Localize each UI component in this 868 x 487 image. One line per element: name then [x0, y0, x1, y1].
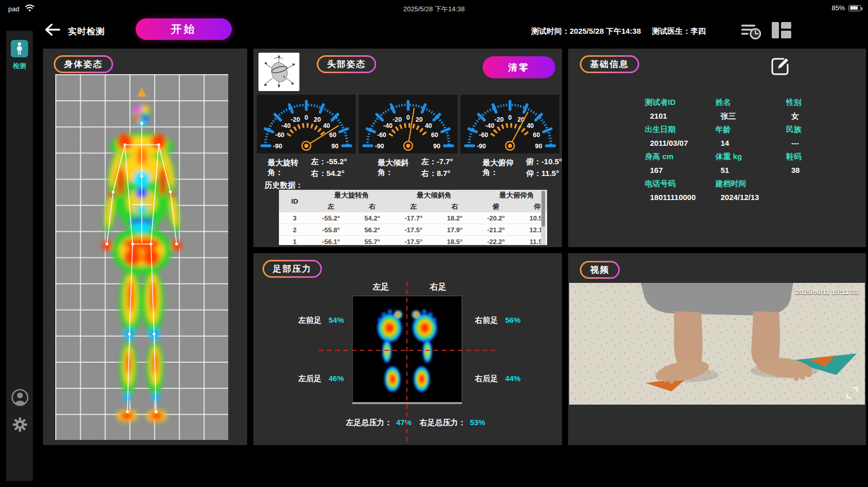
- field-value: ---: [786, 139, 842, 152]
- field-value: 2101: [645, 112, 715, 125]
- right-foot-label: 右足: [430, 282, 446, 293]
- svg-text:-90: -90: [273, 143, 282, 150]
- svg-text:20: 20: [416, 116, 423, 123]
- svg-text:0: 0: [406, 114, 410, 121]
- basic-info-title: 基础信息: [581, 57, 638, 72]
- svg-text:-20: -20: [291, 116, 300, 123]
- svg-text:0: 0: [305, 114, 308, 121]
- gauge-tilt: -90-60-40-20020406090: [359, 95, 458, 153]
- body-thermal-image: [55, 74, 228, 440]
- svg-text:-20: -20: [393, 116, 402, 123]
- pitch-metric-label: 最大俯仰角：: [483, 158, 522, 178]
- rotation-metric-label: 最大旋转角：: [268, 158, 307, 178]
- sidebar-item-detect[interactable]: 检测: [6, 40, 33, 71]
- svg-text:20: 20: [314, 116, 321, 123]
- field-label: 电话号码: [645, 179, 715, 193]
- tilt-left: 左：-7.7°: [421, 157, 453, 167]
- rotation-right: 右：54.2°: [311, 169, 347, 179]
- field-label: 年龄: [715, 125, 786, 139]
- subcol-right1: 右: [352, 201, 393, 212]
- app-root: pad 2025/5/28 下午14:38 85% 实时检测 开始 测试时间：2…: [0, 0, 868, 487]
- left-forefoot-stat: 左前足54%: [298, 316, 344, 325]
- table-row[interactable]: 2-55.8°56.2°-17.5°17.9°-21.2°12.1°: [279, 224, 547, 236]
- svg-text:90: 90: [433, 143, 441, 150]
- field-label: 鞋码: [786, 152, 842, 166]
- history-records-icon[interactable]: [741, 23, 762, 42]
- col-group-tilt: 最大倾斜角: [393, 190, 475, 201]
- tilt-metric-label: 最大倾斜角：: [378, 158, 417, 178]
- field-label: 体重 kg: [715, 152, 786, 166]
- tilt-readout: 最大倾斜角： 左：-7.7° 右：8.7°: [378, 157, 453, 179]
- foot-pressure-title: 足部压力: [264, 261, 320, 276]
- user-profile-icon[interactable]: [11, 389, 29, 408]
- field-label: 建档时间: [715, 179, 786, 193]
- tilt-right: 右：8.7°: [421, 169, 453, 179]
- svg-text:60: 60: [329, 131, 336, 139]
- back-arrow-icon: [44, 21, 61, 38]
- field-value: 张三: [715, 112, 786, 125]
- fullscreen-icon[interactable]: [847, 387, 858, 399]
- field-value: 167: [645, 166, 715, 180]
- basic-info-grid: 测试者ID 姓名 性别 2101 张三 女 出生日期 年龄 民族 2011/03…: [645, 98, 842, 206]
- pitch-readout: 最大俯仰角： 俯：-10.5° 仰：11.5°: [483, 157, 562, 179]
- gauge-readouts: 最大旋转角： 左：-55.2° 右：54.2° 最大倾斜角： 左：-7.7° 右…: [253, 157, 562, 179]
- clear-button[interactable]: 清零: [483, 56, 555, 78]
- test-time: 测试时间：2025/5/28 下午14:38: [531, 27, 641, 36]
- foot-pressure-panel: 足部压力 左足 右足: [253, 253, 562, 445]
- subcol-left2: 左: [393, 201, 435, 212]
- field-label: 姓名: [715, 98, 786, 112]
- test-doctor: 测试医生：李四: [652, 27, 706, 36]
- subcol-left1: 左: [310, 201, 352, 212]
- page-title: 实时检测: [68, 26, 105, 37]
- battery-percent: 85%: [832, 4, 845, 12]
- history-label: 历史数据：: [265, 181, 303, 190]
- settings-gear-icon[interactable]: [12, 417, 28, 434]
- field-label: 民族: [786, 125, 842, 139]
- svg-text:-60: -60: [479, 131, 488, 139]
- pitch-down: 俯：-10.5°: [526, 157, 562, 167]
- subcol-down: 俯: [475, 201, 517, 212]
- rotation-left: 左：-55.2°: [311, 157, 347, 167]
- layout-grid-icon[interactable]: [771, 21, 792, 41]
- battery-icon: [849, 5, 861, 11]
- person-standing-icon: [11, 40, 28, 57]
- field-value: 2024/12/13: [715, 193, 786, 207]
- center-dashed-line-horizontal: [319, 350, 495, 351]
- test-time-label: 测试时间：: [531, 27, 570, 35]
- gauge-row: -90-60-40-20020406090 -90-60-40-20020406…: [257, 95, 559, 153]
- svg-text:90: 90: [332, 143, 339, 150]
- left-rearfoot-stat: 左后足46%: [298, 374, 344, 384]
- field-value: 女: [786, 112, 842, 125]
- status-datetime: 2025/5/28 下午14:38: [0, 5, 868, 14]
- table-row[interactable]: 1-56.1°55.7°-17.5°18.5°-22.2°11.5°: [279, 236, 547, 246]
- svg-text:-40: -40: [485, 122, 494, 129]
- field-label: 测试者ID: [645, 98, 715, 112]
- video-feed-image: [569, 283, 865, 405]
- history-table: ID 最大旋转角 最大倾斜角 最大俯仰角 左 右 左 右 俯 仰: [279, 190, 547, 245]
- field-value: 18011110000: [645, 193, 715, 207]
- field-label: 性别: [786, 98, 842, 112]
- table-scrollbar[interactable]: [541, 190, 546, 245]
- svg-text:40: 40: [323, 122, 330, 129]
- back-button[interactable]: [44, 21, 61, 38]
- start-button[interactable]: 开始: [136, 18, 232, 40]
- status-bar: pad 2025/5/28 下午14:38 85%: [0, 0, 868, 16]
- body-posture-title: 身体姿态: [55, 57, 112, 72]
- right-forefoot-stat: 右前足56%: [475, 316, 520, 325]
- left-foot-label: 左足: [373, 282, 389, 293]
- field-value: 14: [715, 139, 786, 152]
- svg-text:-20: -20: [494, 116, 504, 123]
- table-row[interactable]: 3-55.2°54.2°-17.7°18.2°-20.2°10.5°: [279, 212, 547, 224]
- svg-text:-60: -60: [275, 131, 285, 139]
- edit-icon[interactable]: [769, 56, 791, 77]
- right-rearfoot-stat: 右后足44%: [475, 374, 520, 384]
- right-total-pressure: 右足总压力：53%: [420, 418, 485, 428]
- sidebar-item-label: 检测: [6, 61, 33, 71]
- basic-info-panel: 基础信息 测试者ID 姓名 性别 2101 张三 女 出生日期 年龄 民族 20…: [568, 49, 866, 247]
- sidebar: 检测: [6, 31, 33, 481]
- field-value: 38: [786, 166, 842, 180]
- svg-text:40: 40: [527, 122, 534, 129]
- svg-text:-60: -60: [377, 131, 386, 139]
- svg-text:-40: -40: [281, 122, 291, 129]
- pitch-up: 仰：11.5°: [526, 169, 562, 179]
